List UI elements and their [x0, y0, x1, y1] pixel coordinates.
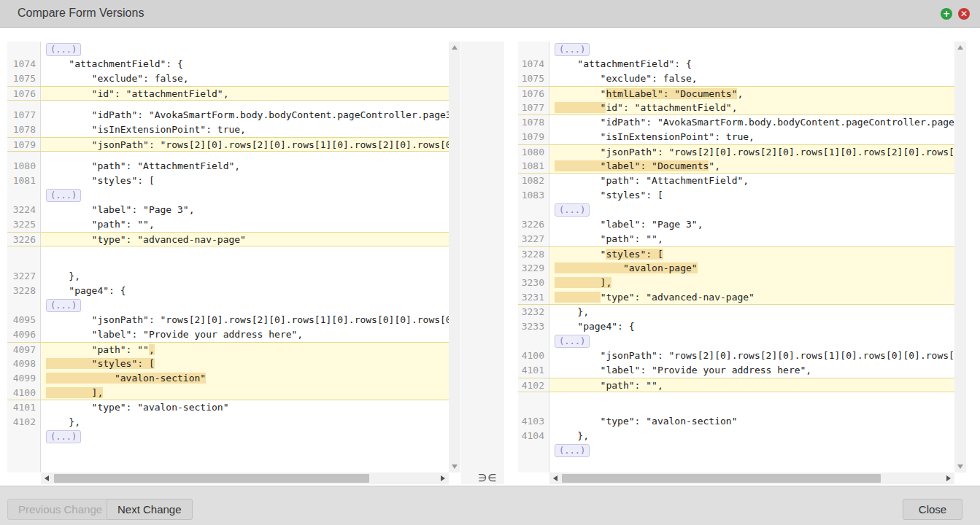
code-text: (...) [549, 42, 954, 57]
scroll-down-icon[interactable] [452, 464, 458, 469]
plus-icon[interactable]: + [941, 8, 952, 20]
diff-line: 4098 "styles": [ [7, 357, 449, 371]
right-diff-rows: (...)1074 "attachmentField": {1075 "excl… [518, 42, 954, 458]
right-horizontal-scrollbar-thumb[interactable] [562, 474, 881, 483]
merge-arrows-icon[interactable]: ∋∈ [478, 472, 497, 483]
line-number: 3227 [7, 269, 41, 284]
code-text: (...) [549, 203, 954, 217]
diff-line: 1080 "path": "AttachmentField", [7, 159, 449, 174]
code-text: "attachmentField": { [549, 57, 954, 71]
code-text: "idPath": "AvokaSmartForm.body.bodyConte… [549, 115, 954, 130]
diff-line: 3228 "styles": [ [518, 246, 954, 261]
scroll-left-icon[interactable] [45, 475, 49, 481]
code-text: "label": "Documents", [549, 159, 954, 173]
inline-diff-highlight [555, 292, 601, 303]
scroll-right-icon[interactable] [441, 475, 445, 481]
diff-line: 1080 "jsonPath": "rows[2][0].rows[2][0].… [518, 144, 954, 159]
diff-line: 1074 "attachmentField": { [518, 57, 954, 71]
code-text: "id": "attachmentField", [41, 87, 449, 100]
previous-change-button[interactable]: Previous Change [7, 499, 113, 520]
inline-diff-highlight: "avalon-section" [46, 373, 206, 384]
line-number: 4098 [7, 357, 41, 371]
left-diff-rows: (...)1074 "attachmentField": {1075 "excl… [7, 42, 449, 444]
collapsed-lines-chip[interactable]: (...) [555, 444, 590, 457]
left-horizontal-scrollbar-thumb[interactable] [54, 474, 369, 483]
line-number: 3228 [518, 247, 549, 261]
line-number: 1075 [7, 71, 41, 86]
collapsed-lines-chip[interactable]: (...) [46, 43, 81, 56]
line-number: 1083 [518, 188, 549, 203]
diff-line: 1078 "isInExtensionPoint": true, [7, 122, 449, 137]
line-number: 1076 [7, 87, 41, 100]
right-horizontal-scrollbar[interactable] [549, 472, 954, 484]
code-text: (...) [549, 334, 954, 349]
diff-line: 1077 "idPath": "AvokaSmartForm.body.body… [7, 108, 449, 122]
diff-line: 3230 ], [518, 276, 954, 290]
code-text: "isInExtensionPoint": true, [549, 130, 954, 144]
code-text: "jsonPath": "rows[2][0].rows[2][0].rows[… [549, 145, 954, 159]
collapsed-lines-chip[interactable]: (...) [555, 203, 590, 217]
code-text: "path": "AttachmentField", [549, 174, 954, 188]
right-vertical-scrollbar[interactable] [954, 42, 966, 472]
left-horizontal-scrollbar[interactable] [41, 472, 449, 484]
next-change-button[interactable]: Next Change [107, 499, 193, 520]
line-number: 1081 [7, 174, 41, 188]
scroll-up-icon[interactable] [452, 45, 458, 50]
diff-align-spacer [518, 392, 954, 414]
code-text: "attachmentField": { [41, 57, 449, 71]
collapsed-lines-chip[interactable]: (...) [46, 430, 81, 443]
line-number: 3229 [518, 261, 549, 276]
line-number: 4100 [518, 349, 549, 363]
line-number: 4097 [7, 343, 41, 357]
diff-line: 4100 ], [7, 386, 449, 400]
line-number: 1078 [518, 115, 549, 130]
diff-align-spacer [7, 152, 449, 159]
diff-line: 4102 "path": "", [518, 378, 954, 392]
code-text: "avalon-page" [549, 261, 954, 276]
collapsed-lines-row: (...) [7, 42, 449, 57]
scroll-right-icon[interactable] [946, 475, 951, 481]
collapsed-lines-chip[interactable]: (...) [46, 189, 81, 202]
line-number: 3230 [518, 276, 549, 290]
collapsed-lines-row: (...) [518, 334, 954, 349]
diff-center-gutter [461, 42, 504, 484]
code-text: "path": "AttachmentField", [41, 159, 449, 174]
collapsed-lines-row: (...) [518, 203, 954, 217]
code-text: "exclude": false, [549, 71, 954, 86]
scroll-up-icon[interactable] [957, 45, 963, 50]
code-text: }, [41, 269, 449, 284]
scroll-down-icon[interactable] [957, 464, 963, 469]
diff-line: 4096 "label": "Provide your address here… [7, 327, 449, 342]
inline-diff-highlight: styles": [ [606, 249, 663, 260]
compare-form-versions-dialog: Compare Form Versions + ✕ (...)1074 "att… [0, 0, 980, 525]
line-number: 1078 [7, 122, 41, 137]
line-number [7, 298, 41, 313]
diff-line: 3224 "label": "Page 3", [7, 203, 449, 217]
code-text: "exclude": false, [41, 71, 449, 86]
diff-line: 1076 "htmlLabel": "Documents", [518, 86, 954, 101]
diff-line: 3227 }, [7, 269, 449, 284]
line-number: 3228 [7, 284, 41, 298]
left-vertical-scrollbar[interactable] [449, 42, 460, 472]
collapsed-lines-chip[interactable]: (...) [555, 335, 590, 348]
scroll-left-icon[interactable] [553, 475, 557, 481]
collapsed-lines-chip[interactable]: (...) [555, 43, 590, 56]
diff-line: 1075 "exclude": false, [518, 71, 954, 86]
diff-line: 3232 }, [518, 305, 954, 319]
code-text: }, [549, 429, 954, 443]
inline-diff-highlight: "label": "Documents [555, 160, 709, 171]
close-icon[interactable]: ✕ [958, 8, 970, 20]
line-number: 3231 [518, 290, 549, 304]
line-number: 1080 [7, 159, 41, 174]
line-number: 1074 [7, 57, 41, 71]
diff-line: 1074 "attachmentField": { [7, 57, 449, 71]
diff-line: 3233 "page4": { [518, 319, 954, 334]
inline-diff-highlight: htmlLabel": "Documents" [606, 88, 737, 99]
collapsed-lines-chip[interactable]: (...) [46, 299, 81, 312]
diff-line: 3229 "avalon-page" [518, 261, 954, 276]
close-button[interactable]: Close [903, 499, 962, 520]
code-text: "label": "Page 3", [549, 217, 954, 232]
code-text: "type": "advanced-nav-page" [41, 233, 449, 246]
line-number: 1079 [518, 130, 549, 144]
diff-line: 4099 "avalon-section" [7, 371, 449, 386]
